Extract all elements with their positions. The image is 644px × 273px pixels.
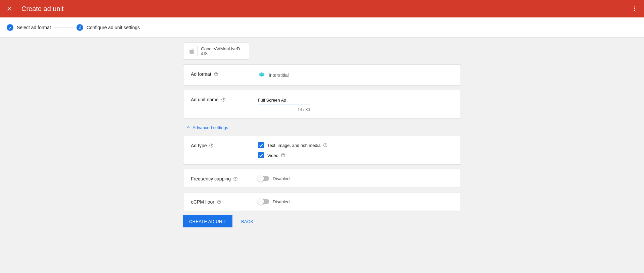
frequency-capping-card: Frequency capping Disabled [183, 169, 461, 188]
svg-point-10 [211, 146, 212, 147]
ad-format-card: Ad format [183, 64, 461, 86]
svg-point-4 [634, 10, 635, 11]
ad-type-label: Ad type [191, 143, 207, 148]
frequency-capping-label: Frequency capping [191, 176, 231, 181]
svg-point-18 [219, 203, 219, 203]
svg-point-14 [283, 156, 283, 156]
frequency-capping-status: Disabled [273, 176, 290, 181]
ecpm-floor-status: Disabled [273, 199, 290, 204]
back-button[interactable]: BACK [237, 215, 258, 227]
ad-unit-name-card: Ad unit name 14 / 80 [183, 90, 461, 118]
help-icon[interactable] [280, 153, 286, 158]
help-icon[interactable] [221, 97, 226, 102]
app-name: GoogleAdMobLiveDe… [201, 46, 245, 51]
step-number-badge: 2 [76, 24, 83, 31]
step-1[interactable]: Select ad format [7, 24, 51, 31]
header-left: Create ad unit [5, 5, 64, 13]
ecpm-floor-toggle[interactable] [258, 199, 269, 204]
help-icon[interactable] [323, 143, 328, 148]
apple-icon [187, 46, 198, 56]
svg-point-3 [634, 8, 635, 9]
ad-type-option-1: Text, image, and rich media [267, 143, 321, 148]
ad-unit-name-input[interactable] [258, 96, 310, 105]
close-icon[interactable] [5, 5, 13, 13]
char-count: 14 / 80 [258, 105, 310, 112]
header-bar: Create ad unit [0, 0, 644, 17]
svg-point-16 [235, 179, 236, 180]
step-1-label: Select ad format [17, 25, 51, 30]
stepper: Select ad format 2 Configure ad unit set… [0, 17, 644, 38]
content-inner: GoogleAdMobLiveDe… iOS Ad format [183, 42, 461, 227]
svg-point-12 [325, 146, 326, 146]
app-text: GoogleAdMobLiveDe… iOS [201, 46, 245, 56]
advanced-settings-toggle[interactable]: Advanced settings [183, 123, 461, 132]
ad-format-label: Ad format [191, 71, 211, 77]
svg-point-6 [216, 75, 216, 75]
ad-unit-name-label: Ad unit name [191, 97, 219, 102]
ecpm-floor-card: eCPM floor Disabled [183, 192, 461, 211]
ad-type-card: Ad type Text, image, and rich media [183, 136, 461, 165]
help-icon[interactable] [213, 71, 219, 77]
help-icon[interactable] [216, 199, 222, 205]
app-card: GoogleAdMobLiveDe… iOS [183, 42, 249, 60]
app-platform: iOS [201, 51, 245, 56]
create-ad-unit-button[interactable]: CREATE AD UNIT [183, 215, 232, 227]
step-2-label: Configure ad unit settings [87, 25, 140, 30]
help-icon[interactable] [209, 143, 214, 148]
page-title: Create ad unit [21, 5, 64, 13]
chevron-up-icon [186, 125, 191, 130]
content: GoogleAdMobLiveDe… iOS Ad format [0, 38, 644, 241]
ad-format-value: Interstitial [269, 72, 289, 78]
step-connector [54, 27, 73, 28]
button-row: CREATE AD UNIT BACK [183, 215, 461, 227]
step-2: 2 Configure ad unit settings [76, 24, 140, 31]
ad-type-option-2: Video [267, 153, 278, 158]
frequency-capping-toggle[interactable] [258, 176, 269, 181]
ecpm-floor-label: eCPM floor [191, 199, 214, 205]
svg-point-8 [223, 100, 223, 101]
step-done-icon [7, 24, 13, 31]
advanced-settings-label: Advanced settings [193, 125, 228, 130]
interstitial-icon [258, 71, 265, 79]
svg-point-2 [634, 6, 635, 7]
checkbox-text-image[interactable] [258, 142, 264, 148]
checkbox-video[interactable] [258, 152, 264, 158]
more-vert-icon[interactable] [631, 5, 639, 13]
help-icon[interactable] [233, 176, 238, 181]
